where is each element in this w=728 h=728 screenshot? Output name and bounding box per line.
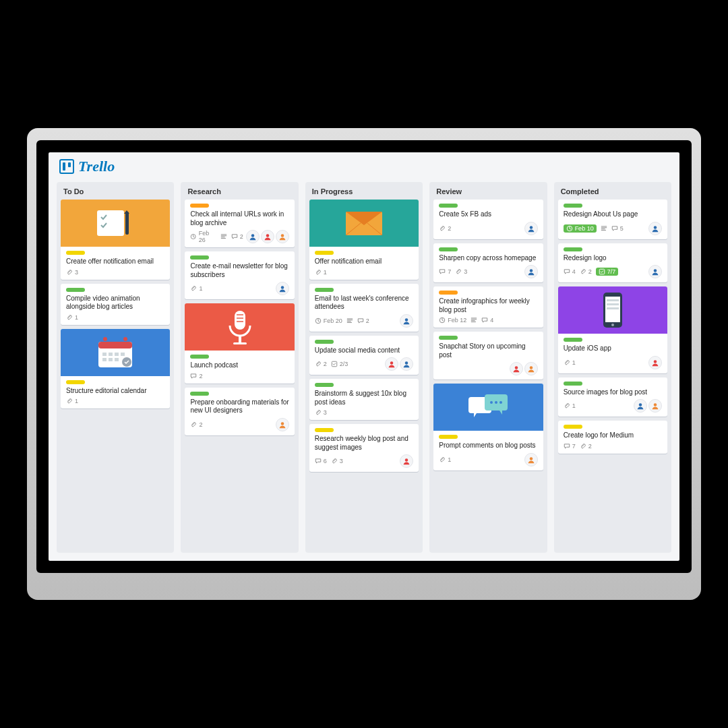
label-green[interactable]: [439, 247, 458, 251]
due-date-badge[interactable]: Feb 26: [190, 230, 216, 243]
attachments-badge[interactable]: 2: [439, 225, 451, 232]
card-labels[interactable]: [315, 383, 413, 387]
kanban-card[interactable]: Research weekly blog post and suggest im…: [309, 424, 419, 472]
member-avatar[interactable]: [246, 230, 260, 243]
attachments-badge[interactable]: 2: [580, 443, 592, 450]
label-green[interactable]: [439, 204, 458, 208]
card-labels[interactable]: [315, 251, 413, 255]
kanban-card[interactable]: Offer notification email1: [309, 200, 419, 280]
kanban-card[interactable]: Prepare onboarding materials for new UI …: [185, 388, 294, 435]
member-avatar[interactable]: [276, 282, 289, 295]
kanban-card[interactable]: Create infographics for weekly blog post…: [433, 286, 543, 328]
checklist-badge[interactable]: 2/3: [331, 361, 348, 367]
label-green[interactable]: [564, 338, 582, 342]
kanban-card[interactable]: Update social media content22/3: [309, 336, 419, 375]
kanban-card[interactable]: Sharpen copy across homepage73: [433, 243, 543, 283]
label-green[interactable]: [439, 336, 458, 340]
list-column[interactable]: ResearchCheck all internal URLs work in …: [181, 182, 298, 553]
label-yellow[interactable]: [315, 428, 334, 432]
card-labels[interactable]: [190, 204, 289, 208]
card-labels[interactable]: [66, 380, 164, 384]
member-avatar[interactable]: [648, 265, 662, 278]
kanban-card[interactable]: Create offer notification email3: [61, 200, 170, 280]
card-labels[interactable]: [66, 288, 164, 292]
label-green[interactable]: [564, 247, 582, 251]
kanban-card[interactable]: Email to last week's conference attendee…: [309, 284, 419, 332]
attachments-badge[interactable]: 1: [315, 269, 327, 276]
attachments-badge[interactable]: 1: [66, 398, 78, 404]
label-green[interactable]: [315, 340, 334, 344]
member-avatar[interactable]: [385, 357, 398, 371]
label-green[interactable]: [315, 288, 334, 292]
list-title[interactable]: In Progress: [309, 186, 419, 195]
member-avatar[interactable]: [524, 265, 538, 278]
list-column[interactable]: CompletedRedesign About Us pageFeb 105Re…: [554, 182, 671, 553]
label-yellow[interactable]: [315, 251, 334, 255]
attachments-badge[interactable]: 2: [190, 421, 202, 428]
list-column[interactable]: ReviewCreate 5x FB ads2Sharpen copy acro…: [429, 182, 547, 553]
label-yellow[interactable]: [66, 251, 85, 255]
attachments-badge[interactable]: 3: [315, 409, 327, 416]
member-avatar[interactable]: [261, 230, 274, 243]
kanban-card[interactable]: Brainstorm & suggest 10x blog post ideas…: [309, 379, 419, 420]
due-date-badge[interactable]: Feb 20: [315, 317, 342, 324]
list-column[interactable]: To DoCreate offer notification email3Com…: [57, 182, 174, 553]
label-yellow[interactable]: [564, 425, 582, 429]
due-date-complete-badge[interactable]: Feb 10: [564, 224, 597, 233]
kanban-card[interactable]: Compile video animation alongside blog a…: [61, 284, 170, 325]
attachments-badge[interactable]: 3: [331, 458, 343, 464]
card-labels[interactable]: [439, 247, 537, 251]
comments-badge[interactable]: 2: [357, 317, 369, 324]
label-green[interactable]: [190, 392, 209, 396]
card-labels[interactable]: [190, 255, 289, 260]
card-labels[interactable]: [564, 425, 662, 429]
label-green[interactable]: [564, 382, 582, 386]
member-avatar[interactable]: [648, 222, 662, 235]
member-avatar[interactable]: [276, 418, 289, 431]
list-title[interactable]: Completed: [558, 186, 667, 195]
member-avatar[interactable]: [276, 230, 289, 243]
list-column[interactable]: In ProgressOffer notification email1Emai…: [305, 182, 423, 553]
card-labels[interactable]: [439, 204, 537, 208]
card-labels[interactable]: [564, 338, 662, 342]
label-yellow[interactable]: [66, 380, 85, 384]
comments-badge[interactable]: 7: [564, 443, 576, 450]
member-avatar[interactable]: [400, 454, 413, 468]
comments-badge[interactable]: 2: [190, 373, 202, 380]
label-green[interactable]: [190, 355, 209, 359]
kanban-board[interactable]: To DoCreate offer notification email3Com…: [49, 178, 679, 561]
attachments-badge[interactable]: 2: [315, 361, 327, 367]
kanban-card[interactable]: Source images for blog post1: [558, 377, 667, 417]
label-green[interactable]: [564, 204, 582, 208]
member-avatar[interactable]: [648, 399, 662, 413]
attachments-badge[interactable]: 1: [564, 402, 576, 409]
card-labels[interactable]: [315, 340, 413, 344]
card-labels[interactable]: [190, 392, 289, 396]
member-avatar[interactable]: [524, 453, 538, 466]
attachments-badge[interactable]: 1: [190, 285, 202, 292]
list-title[interactable]: Review: [433, 186, 543, 195]
attachments-badge[interactable]: 1: [66, 314, 78, 321]
label-yellow[interactable]: [439, 435, 458, 439]
card-labels[interactable]: [66, 251, 164, 255]
label-orange[interactable]: [439, 291, 458, 295]
comments-badge[interactable]: 6: [315, 458, 327, 464]
label-orange[interactable]: [190, 204, 209, 208]
label-green[interactable]: [315, 383, 334, 387]
card-labels[interactable]: [315, 288, 413, 292]
card-labels[interactable]: [439, 435, 537, 439]
comments-badge[interactable]: 4: [481, 317, 493, 324]
card-labels[interactable]: [564, 204, 662, 208]
comments-badge[interactable]: 4: [564, 268, 576, 275]
comments-badge[interactable]: 2: [231, 233, 243, 240]
attachments-badge[interactable]: 1: [564, 359, 576, 366]
kanban-card[interactable]: Update iOS app1: [558, 286, 667, 373]
attachments-badge[interactable]: 1: [439, 456, 451, 463]
label-green[interactable]: [66, 288, 85, 292]
card-labels[interactable]: [564, 382, 662, 386]
list-title[interactable]: To Do: [61, 186, 170, 195]
list-title[interactable]: Research: [185, 186, 294, 195]
label-green[interactable]: [190, 255, 209, 260]
comments-badge[interactable]: 5: [611, 225, 624, 232]
member-avatar[interactable]: [524, 362, 538, 375]
